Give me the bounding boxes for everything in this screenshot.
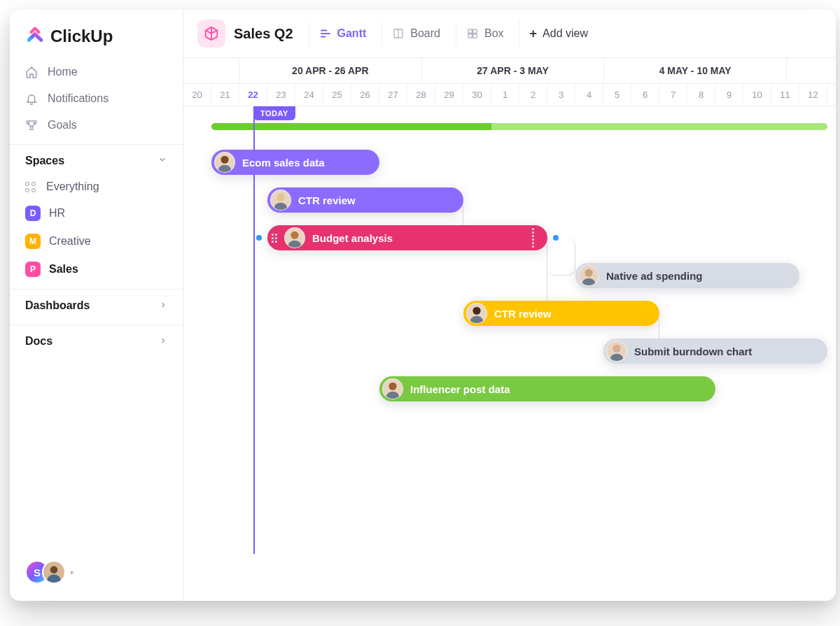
svg-point-8 — [218, 165, 232, 172]
space-badge: M — [25, 234, 41, 249]
day-cell: 3 — [547, 84, 575, 106]
svg-rect-6 — [473, 34, 477, 38]
task-bar[interactable]: Budget analysis — [267, 225, 547, 250]
topbar: Sales Q2 Gantt Board Box — [183, 10, 836, 58]
svg-point-19 — [388, 383, 396, 390]
day-cell: 5 — [603, 84, 631, 106]
task-bar[interactable]: CTR review — [267, 187, 463, 213]
drag-handle-icon[interactable] — [531, 228, 538, 248]
day-cell: 23 — [267, 84, 295, 106]
svg-point-15 — [472, 307, 480, 315]
nav-notifications[interactable]: Notifications — [10, 85, 183, 112]
week-header: 20 APR - 26 APR 27 APR - 3 MAY 4 MAY - 1… — [183, 58, 836, 84]
board-icon — [392, 27, 405, 40]
space-creative[interactable]: M Creative — [10, 227, 183, 255]
app-window: ClickUp Home Notifications Goals Spaces — [10, 10, 836, 601]
assignee-avatar — [270, 190, 291, 211]
day-cell: 22 — [239, 84, 267, 106]
space-everything[interactable]: Everything — [10, 174, 183, 199]
svg-rect-4 — [473, 29, 477, 33]
day-header: 2021222324252627282930123456789101112 — [183, 84, 836, 106]
svg-point-7 — [220, 156, 228, 164]
view-box[interactable]: Box — [456, 22, 514, 45]
day-cell: 29 — [435, 84, 463, 106]
week-label: 4 MAY - 10 MAY — [604, 58, 787, 83]
view-board[interactable]: Board — [382, 22, 450, 45]
day-cell: 10 — [743, 84, 771, 106]
day-cell: 26 — [351, 84, 379, 106]
everything-icon — [25, 182, 38, 192]
gantt-area[interactable]: TODAYEcom sales dataCTR reviewBudget ana… — [183, 106, 836, 554]
week-label: 20 APR - 26 APR — [239, 58, 422, 83]
task-bar[interactable]: CTR review — [463, 301, 659, 326]
main-panel: Sales Q2 Gantt Board Box — [183, 10, 836, 601]
day-cell: 20 — [183, 84, 211, 106]
svg-point-13 — [584, 269, 592, 277]
task-label: Native ad spending — [606, 270, 703, 282]
task-label: Ecom sales data — [242, 157, 325, 169]
task-bar[interactable]: Influencer post data — [379, 376, 715, 401]
chevron-down-icon — [158, 155, 167, 167]
space-badge: P — [25, 262, 41, 277]
task-bar[interactable]: Native ad spending — [575, 263, 799, 288]
space-title[interactable]: Sales Q2 — [197, 20, 303, 48]
day-cell: 6 — [631, 84, 659, 106]
today-badge: TODAY — [253, 106, 295, 120]
chevron-down-icon: ▾ — [70, 569, 74, 576]
dependency-line — [547, 238, 575, 276]
svg-point-1 — [47, 575, 60, 583]
task-bar[interactable]: Ecom sales data — [211, 150, 379, 175]
section-spaces[interactable]: Spaces — [10, 144, 183, 174]
dependency-dot[interactable] — [256, 235, 262, 241]
space-hr[interactable]: D HR — [10, 199, 183, 227]
clickup-logo-icon — [25, 27, 45, 46]
day-cell: 4 — [575, 84, 603, 106]
bell-icon — [25, 92, 38, 105]
home-icon — [25, 66, 38, 78]
add-view-button[interactable]: + Add view — [519, 21, 598, 47]
assignee-avatar — [284, 227, 305, 248]
section-dashboards[interactable]: Dashboards — [10, 289, 183, 319]
space-badge: D — [25, 206, 41, 221]
svg-point-0 — [50, 566, 58, 574]
assignee-avatar — [578, 265, 599, 286]
day-cell: 11 — [771, 84, 799, 106]
gantt-icon — [319, 27, 332, 40]
day-cell: 25 — [323, 84, 351, 106]
logo[interactable]: ClickUp — [10, 24, 183, 59]
section-docs[interactable]: Docs — [10, 325, 183, 355]
task-label: CTR review — [298, 194, 356, 206]
day-cell: 30 — [463, 84, 491, 106]
gantt-chart: 20 APR - 26 APR 27 APR - 3 MAY 4 MAY - 1… — [183, 58, 836, 601]
svg-point-14 — [582, 278, 596, 285]
drag-handle-icon[interactable] — [270, 234, 277, 243]
chevron-right-icon — [159, 299, 167, 312]
day-cell: 7 — [659, 84, 687, 106]
trophy-icon — [25, 119, 38, 131]
task-label: Budget analysis — [312, 232, 393, 244]
nav-goals[interactable]: Goals — [10, 112, 183, 138]
space-sales[interactable]: P Sales — [10, 255, 183, 283]
day-cell: 8 — [687, 84, 715, 106]
view-gantt[interactable]: Gantt — [309, 22, 377, 45]
day-cell: 1 — [491, 84, 519, 106]
assignee-avatar — [382, 378, 403, 399]
sidebar: ClickUp Home Notifications Goals Spaces — [10, 10, 183, 601]
svg-point-12 — [288, 241, 302, 248]
svg-point-16 — [470, 316, 484, 323]
svg-point-18 — [610, 354, 624, 361]
day-cell: 24 — [295, 84, 323, 106]
task-label: Submit burndown chart — [634, 346, 752, 357]
dependency-dot[interactable] — [553, 235, 559, 241]
task-label: CTR review — [494, 308, 552, 320]
day-cell: 28 — [407, 84, 435, 106]
task-bar[interactable]: Submit burndown chart — [603, 339, 827, 364]
assignee-avatar — [466, 303, 487, 324]
svg-point-17 — [612, 345, 620, 353]
day-cell: 27 — [379, 84, 407, 106]
user-menu[interactable]: S ▾ — [10, 553, 183, 591]
avatar-photo — [42, 560, 66, 584]
svg-point-20 — [386, 392, 400, 399]
nav-home[interactable]: Home — [10, 59, 183, 85]
chevron-right-icon — [159, 335, 167, 348]
